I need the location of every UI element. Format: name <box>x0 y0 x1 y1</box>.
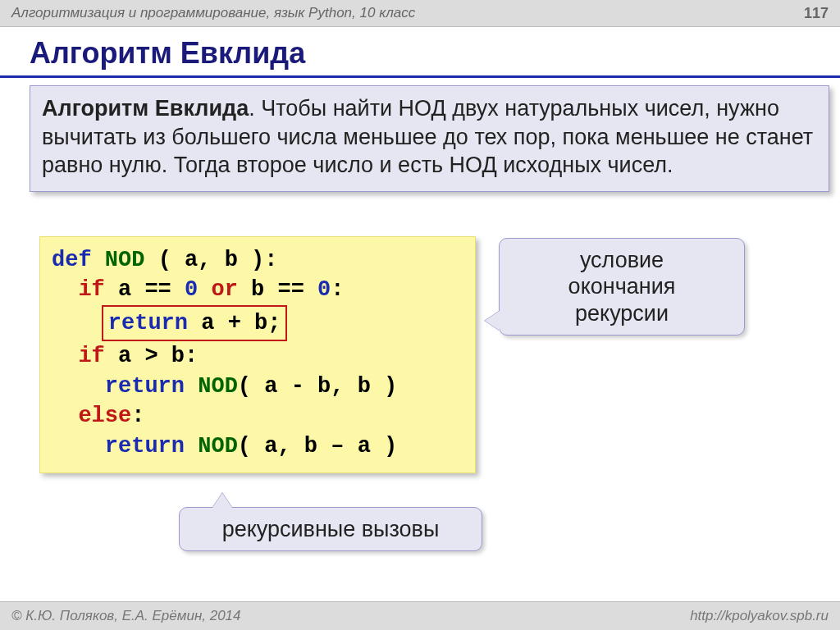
code-text: a + b; <box>188 311 281 336</box>
code-line-5: return NOD( a - b, b ) <box>40 372 475 401</box>
header-bar: Алгоритмизация и программирование, язык … <box>0 0 840 27</box>
kw-else: else <box>78 404 131 428</box>
kw-if: if <box>78 344 104 368</box>
num-literal: 0 <box>185 277 198 302</box>
indent <box>52 277 78 302</box>
callout-text: рекурсивные вызовы <box>222 517 440 541</box>
kw-return: return <box>108 311 188 336</box>
kw-return: return <box>105 434 185 459</box>
indent <box>52 404 78 428</box>
page-title: Алгоритм Евклида <box>30 36 305 71</box>
fn-call: NOD <box>185 374 238 399</box>
indent <box>52 311 105 336</box>
code-line-7: return NOD( a, b – a ) <box>40 431 475 461</box>
code-text: ( a, b – a ) <box>238 434 397 459</box>
code-line-1: def NOD ( a, b ): <box>40 245 475 275</box>
indent <box>52 434 105 459</box>
indent <box>52 344 78 368</box>
callout-pointer-icon <box>485 311 500 331</box>
code-text: : <box>331 277 344 302</box>
indent <box>52 374 105 399</box>
callout-pointer-icon <box>212 493 232 508</box>
slide: Алгоритмизация и программирование, язык … <box>0 0 840 630</box>
kw-or: or <box>198 277 251 302</box>
code-line-4: if a > b: <box>40 341 475 371</box>
fn-call: NOD <box>185 434 238 459</box>
description-box: Алгоритм Евклида. Чтобы найти НОД двух н… <box>30 85 829 192</box>
kw-if: if <box>78 277 104 302</box>
footer-url: http://kpolyakov.spb.ru <box>690 608 829 624</box>
callout-recursive-calls: рекурсивные вызовы <box>179 507 482 551</box>
description-lead: Алгоритм Евклида <box>42 96 249 121</box>
footer-copyright: © К.Ю. Поляков, Е.А. Ерёмин, 2014 <box>11 608 241 624</box>
num-literal: 0 <box>317 277 331 302</box>
code-box: def NOD ( a, b ): if a == 0 or b == 0: r… <box>39 236 476 473</box>
fn-name: NOD <box>92 248 158 272</box>
code-text: ( a, b ): <box>158 248 278 272</box>
breadcrumb: Алгоритмизация и программирование, язык … <box>11 5 415 21</box>
kw-def: def <box>52 248 92 272</box>
callout-termination: условие окончания рекурсии <box>499 238 745 336</box>
code-text: a == <box>105 277 185 302</box>
code-text: ( a - b, b ) <box>238 374 397 399</box>
code-text: b == <box>251 277 317 302</box>
callout-text: условие окончания рекурсии <box>511 247 733 326</box>
code-text: a > b: <box>105 344 198 368</box>
code-line-6: else: <box>40 401 475 431</box>
kw-return: return <box>105 374 185 399</box>
code-text: : <box>131 404 144 428</box>
code-line-2: if a == 0 or b == 0: <box>40 275 475 304</box>
code-line-3: return a + b; <box>40 305 475 341</box>
footer-bar: © К.Ю. Поляков, Е.А. Ерёмин, 2014 http:/… <box>0 601 840 630</box>
page-number: 117 <box>804 5 829 22</box>
title-underline <box>0 75 840 78</box>
return-frame: return a + b; <box>102 305 288 341</box>
